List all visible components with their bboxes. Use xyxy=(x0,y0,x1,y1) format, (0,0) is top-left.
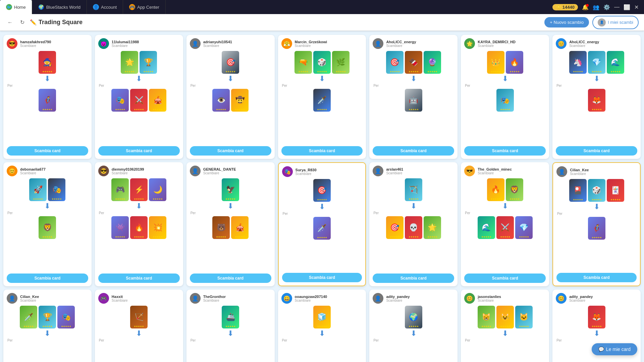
user-avatar-toolbar: 👤 xyxy=(598,18,606,26)
offer-items-row: 🎯 ★★★★★ xyxy=(313,179,331,202)
per-label: Per xyxy=(7,339,88,342)
tab-app-center-label: App Center xyxy=(137,5,159,10)
arrow-down-icon: ⬇ xyxy=(594,203,600,210)
want-items-row: 🎭 ★★★★★ xyxy=(496,89,514,112)
offer-card: 🗡️ ★★★★★ xyxy=(20,306,37,328)
offer-card: 🦊 ★★★★★ xyxy=(588,306,605,328)
trade-card: 👤 Cilian_Kee Scambiare 🗡️ ★★★★★ 🏆 ★★★★★ … xyxy=(3,290,92,362)
offer-card: ⚡ ★★★★★ xyxy=(130,178,148,201)
card-header: 😎 The_Golden_minec Scambiare xyxy=(464,166,546,176)
le-mie-card-button[interactable]: 💬 Le mie card xyxy=(592,343,637,355)
coin-badge: 🪙 14440 xyxy=(552,4,578,10)
tab-bluestacks-world[interactable]: 🌍 BlueStacks World xyxy=(32,0,87,14)
scambia-card-button[interactable]: Scambia card xyxy=(98,146,180,156)
settings-icon[interactable]: ⚙️ xyxy=(603,4,610,10)
arrow-down-icon: ⬇ xyxy=(136,75,142,82)
scambia-label: Scambiare xyxy=(386,299,410,302)
scambia-card-button[interactable]: Scambia card xyxy=(556,273,637,282)
i-miei-scambi-button[interactable]: 👤 I miei scambi xyxy=(592,16,639,29)
offer-card: 🎴 ★★★★★ xyxy=(569,179,587,202)
scambia-label: Scambiare xyxy=(112,44,139,48)
restore-icon[interactable]: ⬜ xyxy=(624,4,630,10)
close-icon[interactable]: ✕ xyxy=(634,4,639,10)
trade-card: 🎭 Surya_R830 Scambiare 🎯 ★★★★★ ⬇ Per 🗡️ … xyxy=(278,162,366,286)
offer-card: 🌊 ★★★★★ xyxy=(607,51,624,74)
items-section: 🏹 ★★★★★ ⬇ Per 🎯 ★★★★★ 💀 ★★★★★ 🌟 ★★★★★ xyxy=(373,178,454,272)
offer-card: 👑 ★★★★★ xyxy=(487,51,504,74)
offer-items-row: 🏹 ★★★★★ xyxy=(405,178,422,201)
scambia-card-button[interactable]: Scambia card xyxy=(373,274,454,283)
card-header: 😊 AhoLICC_energy Scambiare xyxy=(556,38,637,49)
offer-card: 🃏 ★★★★★ xyxy=(607,179,624,202)
scambia-card-button[interactable]: Scambia card xyxy=(190,274,271,283)
scambia-label: Scambiare xyxy=(569,299,593,302)
scambia-card-button[interactable]: Scambia card xyxy=(464,146,546,156)
per-label: Per xyxy=(281,339,363,342)
scambia-card-button[interactable]: Scambia card xyxy=(7,146,88,156)
per-label: Per xyxy=(464,339,546,342)
items-section: 🎯 ★★★★★ ⬇ Per 👁️ ★★★★★ 🤠 ★★★★★ xyxy=(190,51,271,144)
tab-app-center[interactable]: 🎮 App Center xyxy=(123,0,166,14)
per-label: Per xyxy=(190,339,271,342)
trade-card: 👤 adity_pandey Scambiare 🌍 ★★★★★ ⬇ Per S… xyxy=(369,290,458,362)
nuovo-scambio-label: + Nuovo scambio xyxy=(550,20,584,25)
user-info: The_Golden_minec Scambiare xyxy=(478,167,512,175)
per-label: Per xyxy=(98,211,180,215)
scambia-card-button[interactable]: Scambia card xyxy=(373,146,454,156)
items-section: 🌍 ★★★★★ ⬇ Per xyxy=(373,306,454,362)
user-avatar: 👤 xyxy=(556,166,567,177)
refresh-button[interactable]: ↻ xyxy=(18,18,26,27)
scambia-label: Scambiare xyxy=(295,299,327,302)
scambia-card-button[interactable]: Scambia card xyxy=(281,146,363,156)
card-header: 😄 ooaungzaw207140 Scambiare xyxy=(281,293,363,304)
want-card: 🤠 ★★★★★ xyxy=(231,89,249,112)
items-section: 🔫 ★★★★★ 🎲 ★★★★★ 🌿 ★★★★★ ⬇ Per 🗡️ ★★★★★ xyxy=(281,51,363,144)
friends-icon[interactable]: 👥 xyxy=(593,4,599,10)
scambia-card-button[interactable]: Scambia card xyxy=(190,146,271,156)
items-section: 🔥 ★★★★★ 🦁 ★★★★★ ⬇ Per 🌊 ★★★★★ ⚔️ ★★★★★ 💎… xyxy=(464,178,546,272)
arrow-down-icon: ⬇ xyxy=(44,202,50,210)
want-card: 🐻 ★★★★★ xyxy=(212,216,230,239)
offer-items-row: 🌍 ★★★★★ xyxy=(405,306,422,328)
offer-card: 🌍 ★★★★★ xyxy=(405,306,422,328)
username: adrianyuhi10541 xyxy=(203,40,232,44)
back-button[interactable]: ← xyxy=(5,18,15,27)
offer-card: 🔫 ★★★★★ xyxy=(294,51,312,74)
want-items-row: 🗡️ ★★★★★ xyxy=(313,217,331,240)
username: The_Golden_minec xyxy=(478,167,512,171)
tab-home[interactable]: 🐦 Home xyxy=(0,0,32,14)
scambia-card-button[interactable]: Scambia card xyxy=(7,274,88,283)
want-card: 🦁 ★★★★★ xyxy=(39,216,56,239)
per-label: Per xyxy=(282,212,362,216)
user-avatar: 🌟 xyxy=(464,38,475,49)
per-label: Per xyxy=(98,339,180,342)
card-header: 👤 adrianyuhi10541 Scambiare xyxy=(190,38,271,49)
user-info: jasonstanlies Scambiare xyxy=(478,295,501,302)
tab-account-label: Account xyxy=(101,5,117,10)
arrow-down-icon: ⬇ xyxy=(411,75,417,82)
offer-items-row: 🏹 ★★★★★ xyxy=(130,306,148,328)
want-items-row: 🦸 ★★★★★ xyxy=(39,89,56,112)
scambia-card-button[interactable]: Scambia card xyxy=(556,146,637,156)
want-items-row: 👁️ ★★★★★ 🤠 ★★★★★ xyxy=(212,89,249,112)
items-section: 🎯 ★★★★★ ⬇ Per 🗡️ ★★★★★ xyxy=(282,179,362,271)
scambia-card-button[interactable]: Scambia card xyxy=(464,274,546,283)
scambia-label: Scambiare xyxy=(478,299,501,302)
user-info: Cilian_Kee Scambiare xyxy=(570,168,589,176)
scambia-card-button[interactable]: Scambia card xyxy=(282,273,362,282)
items-section: 🧊 ★★★★★ ⬇ Per xyxy=(281,306,363,362)
tab-home-label: Home xyxy=(14,5,26,10)
minimize-icon[interactable]: — xyxy=(614,4,620,10)
scambia-card-button[interactable]: Scambia card xyxy=(98,274,180,283)
want-card: 🗡️ ★★★★★ xyxy=(313,89,331,112)
username: debonaelia677 xyxy=(20,167,46,171)
card-header: 🌟 KAYRA_DEMIRCI_HD Scambiare xyxy=(464,38,546,49)
arrow-down-icon: ⬇ xyxy=(227,75,233,82)
offer-card: 🏆 ★★★★★ xyxy=(39,306,56,328)
want-card: 🌟 ★★★★★ xyxy=(424,216,441,239)
user-avatar: 👤 xyxy=(190,38,201,49)
trade-card: 👤 arslan461 Scambiare 🏹 ★★★★★ ⬇ Per 🎯 ★★… xyxy=(369,162,458,286)
nuovo-scambio-button[interactable]: + Nuovo scambio xyxy=(544,17,589,27)
tab-account[interactable]: 👤 Account xyxy=(87,0,123,14)
offer-items-row: 🌟 ★★★★★ 🏆 ★★★★★ xyxy=(121,51,157,74)
